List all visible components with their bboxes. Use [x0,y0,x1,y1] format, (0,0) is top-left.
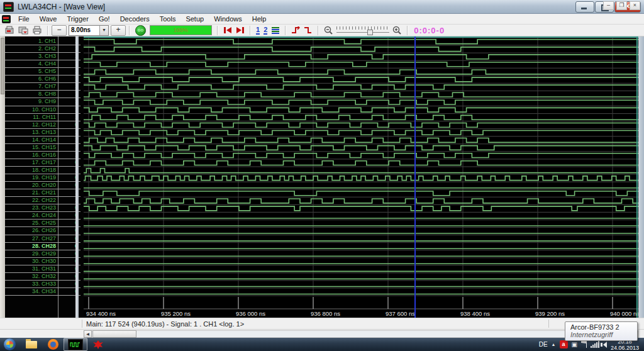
channel-row[interactable]: 23. CH230 [5,204,80,212]
print-icon[interactable] [32,26,42,35]
taskbar-app-button[interactable] [87,338,109,351]
channel-row[interactable]: 3. CH31 [5,53,80,60]
network-icon[interactable] [591,342,599,348]
vertical-scrollbar[interactable] [0,36,5,318]
clock-date: 24.06.2013 [611,345,639,351]
zoom-in-icon[interactable] [392,26,402,35]
channel-row[interactable]: 26. CH260 [5,227,80,235]
zoom-slider[interactable] [336,26,389,35]
channel-row[interactable]: 8. CH81 [5,91,80,98]
mdi-close-button[interactable]: × [630,1,640,10]
menu-windows[interactable]: Windows [209,14,247,23]
channel-label: 27. CH27 [5,235,56,242]
save-icon[interactable] [18,26,28,35]
marker-2-button[interactable]: 2 [264,26,267,35]
open-icon[interactable] [4,26,14,35]
channel-label: 16. CH16 [5,152,56,159]
timebase-combobox[interactable]: 8.00ns ▼ [69,25,109,36]
channel-row[interactable]: 21. CH211 [5,189,80,197]
channel-row[interactable]: 4. CH41 [5,60,80,68]
goto-end-icon[interactable] [236,26,245,34]
trigger-rising-edge-icon[interactable] [291,26,300,34]
channel-row[interactable]: 17. CH170 [5,159,80,167]
marker-1-button[interactable]: 1 [256,26,260,35]
scroll-left-button[interactable]: ◀ [84,330,92,338]
channel-row[interactable]: 19. CH190 [5,174,80,182]
channel-row[interactable]: 13. CH131 [5,129,80,136]
channel-label: 15. CH15 [5,144,56,151]
channel-row[interactable]: 27. CH270 [5,235,80,243]
channel-row[interactable]: 18. CH181 [5,167,80,174]
update-icon[interactable]: ▣ [572,341,577,348]
zoom-slider-thumb[interactable] [367,30,373,35]
channel-row[interactable]: 22. CH221 [5,197,80,204]
channel-row[interactable]: 11. CH111 [5,114,80,121]
channel-row[interactable]: 12. CH120 [5,121,80,129]
channel-row[interactable]: 9. CH91 [5,98,80,106]
horizontal-scrollbar[interactable]: ◀ ▶ [0,329,644,338]
channel-row[interactable]: 30. CH300 [5,258,80,265]
channel-row[interactable]: 24. CH240 [5,212,80,220]
channel-row[interactable]: 10. CH101 [5,106,80,114]
wave-canvas[interactable]: 934 400 ns935 200 ns936 000 ns936 800 ns… [84,36,638,318]
menu-wave[interactable]: Wave [35,14,62,23]
tray-expand-icon[interactable]: ▲ [552,342,556,347]
channel-row[interactable]: 2. CH21 [5,45,80,53]
folder-icon [26,341,37,348]
menu-decoders[interactable]: Decoders [115,14,155,23]
channel-row[interactable]: 7. CH71 [5,83,80,91]
trigger-falling-edge-icon[interactable] [304,26,313,34]
svg-text:939 200 ns: 939 200 ns [535,310,565,317]
horizontal-scrollbar-thumb[interactable] [92,330,136,338]
channel-label: 8. CH8 [5,91,56,98]
panel-splitter[interactable] [75,36,79,318]
waveview-icon [68,339,83,350]
vertical-scrollbar-thumb[interactable] [1,38,4,94]
channel-label: 30. CH30 [5,258,56,265]
channel-row[interactable]: 29. CH290 [5,250,80,258]
menu-tools[interactable]: Tools [155,14,181,23]
language-indicator[interactable]: DE [539,341,548,348]
marker-list-icon[interactable] [271,26,280,34]
chevron-down-icon[interactable]: ▼ [99,26,108,35]
go-button[interactable]: GO [135,25,146,36]
channel-row[interactable]: 16. CH161 [5,152,80,159]
channel-row[interactable]: 14. CH141 [5,136,80,144]
mdi-document-icon[interactable] [2,15,11,23]
menu-file[interactable]: File [13,14,35,23]
menu-trigger[interactable]: Trigger [62,14,93,23]
channel-row[interactable]: 31. CH310 [5,265,80,273]
channel-row[interactable]: 32. CH320 [5,273,80,281]
channel-row[interactable]: 28. CH280 [5,243,80,250]
menu-setup[interactable]: Setup [180,14,209,23]
volume-icon[interactable] [603,342,607,348]
taskbar-explorer-button[interactable] [21,338,42,351]
channel-row[interactable]: 25. CH250 [5,220,80,227]
taskbar-firefox-button[interactable] [42,338,64,351]
minimize-button[interactable] [575,1,594,13]
channel-row[interactable]: 33. CH330 [5,281,80,288]
svg-text:935 200 ns: 935 200 ns [161,310,191,317]
timebase-increase-button[interactable]: + [111,25,126,36]
channel-label: 34. CH34 [5,288,56,295]
goto-start-icon[interactable] [223,26,232,34]
channel-row[interactable]: 20. CH200 [5,182,80,189]
channel-label: 21. CH21 [5,189,56,196]
channel-row[interactable]: 15. CH151 [5,144,80,152]
menu-help[interactable]: Help [247,14,272,23]
zoom-out-icon[interactable] [324,26,333,35]
menu-go[interactable]: Go! [94,14,115,23]
antivirus-icon[interactable]: a [560,340,568,348]
channel-row[interactable]: 6. CH61 [5,75,80,83]
action-center-flag-icon[interactable] [581,341,587,348]
svg-text:940 000 ns: 940 000 ns [610,310,638,317]
channel-row[interactable]: 5. CH51 [5,68,80,75]
mdi-restore-button[interactable]: ❐ [616,1,627,10]
horizontal-scrollbar-track[interactable] [84,330,638,338]
start-button[interactable] [4,338,16,350]
mdi-minimize-button[interactable]: – [603,1,614,10]
taskbar-waveview-button[interactable] [64,338,87,351]
timebase-decrease-button[interactable]: − [52,25,67,36]
channel-row[interactable]: 1. CH11 [5,38,80,45]
channel-row[interactable]: 34. CH340 [5,288,80,296]
